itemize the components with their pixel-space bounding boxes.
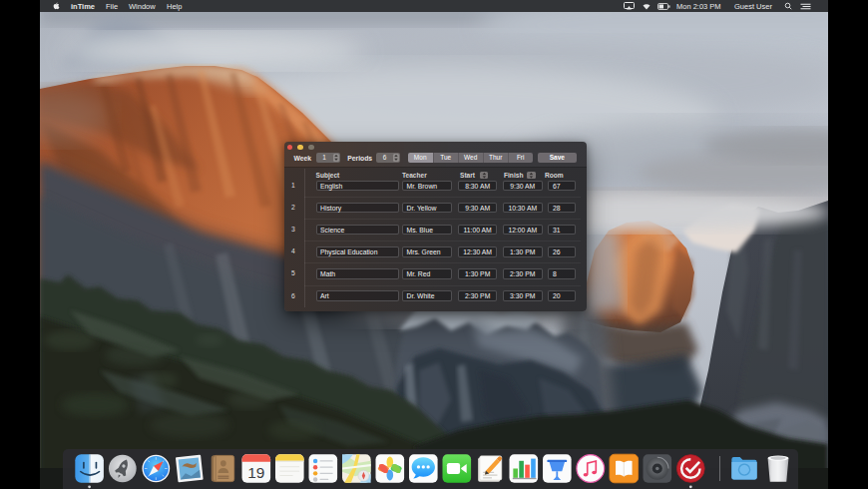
svg-text:19: 19 [247,464,264,481]
